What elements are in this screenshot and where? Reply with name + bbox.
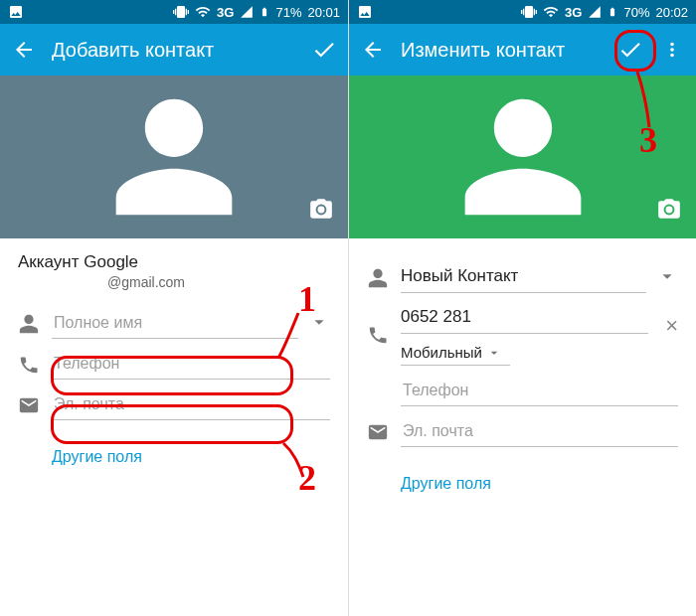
- battery-percent: 71%: [275, 5, 301, 20]
- expand-name-icon[interactable]: [308, 311, 330, 337]
- page-title: Добавить контакт: [52, 39, 296, 62]
- vibrate-icon: [173, 4, 189, 20]
- email-icon: [18, 394, 52, 416]
- email-input[interactable]: [401, 416, 678, 447]
- expand-name-icon[interactable]: [656, 265, 678, 291]
- account-label: Аккаунт Google: [18, 252, 330, 272]
- phone-icon: [367, 324, 401, 346]
- email-input[interactable]: [52, 389, 330, 420]
- battery-percent: 70%: [623, 5, 649, 20]
- network-type: 3G: [217, 5, 234, 20]
- person-icon: [18, 313, 52, 335]
- phone-icon: [18, 354, 52, 376]
- clear-phone-icon[interactable]: ×: [665, 313, 678, 339]
- action-bar: Добавить контакт: [0, 24, 348, 76]
- network-type: 3G: [565, 5, 582, 20]
- camera-icon[interactable]: [656, 197, 682, 227]
- clock: 20:01: [307, 5, 340, 20]
- contact-photo-area[interactable]: [349, 76, 696, 238]
- overflow-menu-icon[interactable]: [658, 36, 686, 64]
- screenshot-icon: [357, 4, 434, 20]
- contact-photo-area[interactable]: [0, 76, 348, 238]
- back-button[interactable]: [359, 36, 387, 64]
- extra-phone-field[interactable]: [401, 376, 678, 406]
- more-fields-link[interactable]: Другие поля: [401, 475, 491, 493]
- more-fields-link[interactable]: Другие поля: [52, 448, 142, 466]
- phone-field[interactable]: [52, 349, 330, 380]
- phone-input[interactable]: [52, 349, 330, 380]
- phone-value[interactable]: 0652 281: [401, 303, 648, 334]
- full-name-field[interactable]: [52, 308, 298, 339]
- phone-type-dropdown[interactable]: Мобильный: [401, 344, 510, 366]
- status-bar: 3G 71% 20:01: [0, 0, 348, 24]
- wifi-icon: [543, 4, 559, 20]
- extra-phone-input[interactable]: [401, 376, 678, 406]
- screen-add-contact: 3G 71% 20:01 Добавить контакт Аккаунт Go…: [0, 0, 348, 616]
- wifi-icon: [195, 4, 211, 20]
- name-field[interactable]: Новый Контакт: [401, 262, 646, 293]
- confirm-button[interactable]: [616, 36, 644, 64]
- page-title: Изменить контакт: [401, 39, 603, 62]
- confirm-button[interactable]: [310, 36, 338, 64]
- signal-icon: [240, 5, 254, 19]
- account-email: @gmail.com: [107, 274, 330, 290]
- battery-icon: [260, 4, 269, 20]
- email-icon: [367, 421, 401, 443]
- clock: 20:02: [655, 5, 688, 20]
- email-field[interactable]: [401, 416, 678, 447]
- email-field[interactable]: [52, 389, 330, 420]
- status-bar: 3G 70% 20:02: [349, 0, 696, 24]
- camera-icon[interactable]: [308, 197, 334, 227]
- vibrate-icon: [521, 4, 537, 20]
- contact-name-value[interactable]: Новый Контакт: [401, 262, 646, 293]
- person-icon: [367, 267, 401, 289]
- action-bar: Изменить контакт: [349, 24, 696, 76]
- screenshot-icon: [8, 4, 85, 20]
- signal-icon: [588, 5, 602, 19]
- back-button[interactable]: [10, 36, 38, 64]
- phone-type-label: Мобильный: [401, 344, 482, 361]
- screen-edit-contact: 3G 70% 20:02 Изменить контакт: [348, 0, 696, 616]
- full-name-input[interactable]: [52, 308, 298, 339]
- battery-icon: [608, 4, 617, 20]
